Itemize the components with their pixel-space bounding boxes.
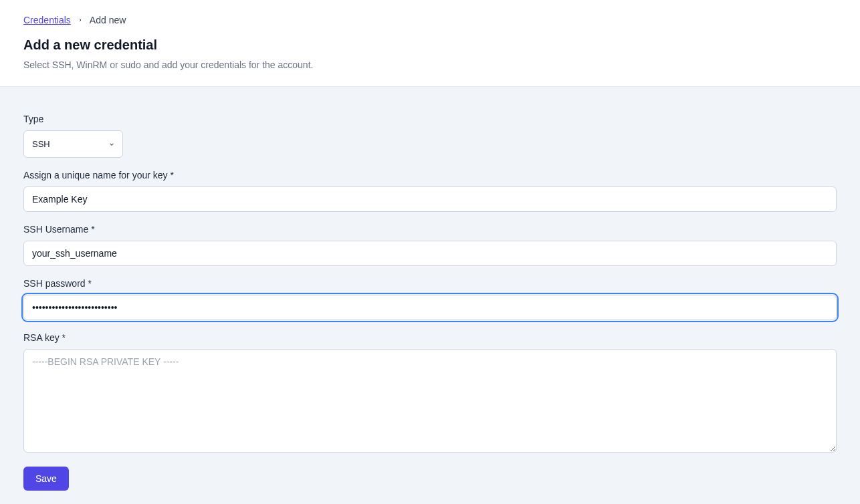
save-button[interactable]: Save <box>23 467 69 491</box>
type-group: Type SSH <box>23 114 837 158</box>
ssh-username-input[interactable] <box>23 241 837 266</box>
page-subtitle: Select SSH, WinRM or sudo and add your c… <box>23 59 837 70</box>
ssh-username-group: SSH Username * <box>23 224 837 266</box>
ssh-password-group: SSH password * <box>23 278 837 320</box>
ssh-password-input[interactable] <box>23 295 837 320</box>
breadcrumb: Credentials Add new <box>23 15 837 25</box>
ssh-password-label: SSH password * <box>23 278 837 289</box>
breadcrumb-root-link[interactable]: Credentials <box>23 15 71 25</box>
ssh-username-label: SSH Username * <box>23 224 837 235</box>
key-name-group: Assign a unique name for your key * <box>23 170 837 212</box>
key-name-input[interactable] <box>23 186 837 212</box>
rsa-key-group: RSA key * <box>23 332 837 455</box>
key-name-label: Assign a unique name for your key * <box>23 170 837 180</box>
type-select[interactable]: SSH <box>23 130 123 158</box>
type-label: Type <box>23 114 837 124</box>
rsa-key-label: RSA key * <box>23 332 837 343</box>
breadcrumb-current: Add new <box>90 15 126 25</box>
type-select-wrapper: SSH <box>23 130 123 158</box>
header-section: Credentials Add new Add a new credential… <box>0 0 860 87</box>
page-title: Add a new credential <box>23 37 837 53</box>
chevron-right-icon <box>78 15 83 25</box>
form-section: Type SSH Assign a unique name for your k… <box>0 87 860 504</box>
rsa-key-textarea[interactable] <box>23 349 837 453</box>
